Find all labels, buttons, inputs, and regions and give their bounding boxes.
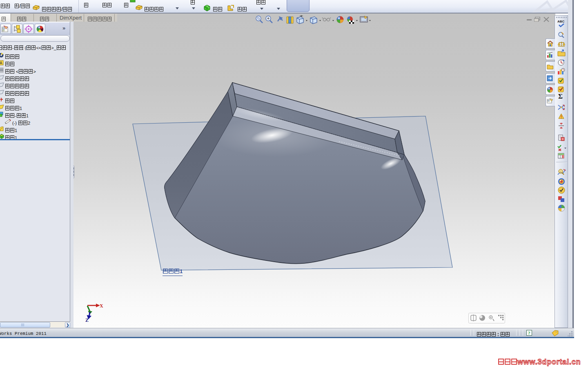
svg-text:X: X: [100, 303, 103, 309]
svg-text:Z: Z: [85, 317, 89, 323]
